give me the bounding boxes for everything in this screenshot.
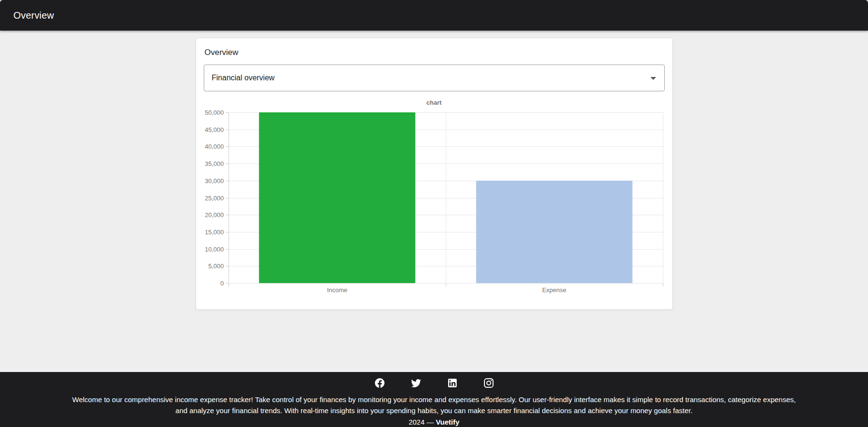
svg-text:0: 0 bbox=[220, 280, 223, 287]
svg-text:10,000: 10,000 bbox=[205, 246, 224, 253]
twitter-icon bbox=[410, 377, 422, 390]
select-value: Financial overview bbox=[212, 74, 275, 82]
linkedin-button[interactable] bbox=[443, 374, 462, 393]
instagram-icon bbox=[483, 377, 494, 390]
twitter-button[interactable] bbox=[407, 374, 426, 393]
instagram-button[interactable] bbox=[479, 374, 498, 393]
bar-chart: 05,00010,00015,00020,00025,00030,00035,0… bbox=[204, 109, 666, 302]
svg-text:50,000: 50,000 bbox=[205, 109, 224, 116]
social-icons-row bbox=[0, 374, 868, 393]
bar-chart-svg: 05,00010,00015,00020,00025,00030,00035,0… bbox=[204, 109, 666, 300]
svg-text:40,000: 40,000 bbox=[205, 143, 224, 150]
footer-description: Welcome to our comprehensive income expe… bbox=[66, 394, 802, 416]
bar-income[interactable] bbox=[259, 112, 415, 283]
financial-overview-select[interactable]: Financial overview bbox=[204, 65, 665, 91]
overview-card: Overview Financial overview chart 05,000… bbox=[196, 38, 673, 310]
dropdown-arrow-icon bbox=[650, 77, 656, 80]
svg-text:30,000: 30,000 bbox=[205, 177, 224, 185]
svg-text:25,000: 25,000 bbox=[205, 195, 224, 202]
card-title: Overview bbox=[205, 48, 665, 57]
svg-text:20,000: 20,000 bbox=[205, 211, 224, 219]
footer-copyright: 2024 — Vuetify bbox=[0, 417, 868, 427]
copyright-year: 2024 — bbox=[408, 418, 434, 426]
footer: Welcome to our comprehensive income expe… bbox=[0, 372, 868, 427]
chart-title: chart bbox=[204, 99, 665, 106]
main-content: Overview Financial overview chart 05,000… bbox=[0, 31, 868, 372]
svg-text:45,000: 45,000 bbox=[205, 126, 224, 133]
svg-text:Income: Income bbox=[327, 286, 347, 294]
brand-name: Vuetify bbox=[436, 418, 459, 426]
chart: chart 05,00010,00015,00020,00025,00030,0… bbox=[204, 99, 665, 302]
app-bar-title: Overview bbox=[13, 10, 54, 21]
svg-text:Expense: Expense bbox=[542, 286, 566, 294]
app-bar: Overview bbox=[0, 0, 868, 31]
svg-text:15,000: 15,000 bbox=[205, 229, 224, 236]
linkedin-icon bbox=[447, 377, 458, 390]
facebook-button[interactable] bbox=[370, 374, 389, 393]
svg-text:5,000: 5,000 bbox=[208, 263, 224, 270]
facebook-icon bbox=[374, 377, 385, 390]
bar-expense[interactable] bbox=[476, 181, 632, 283]
svg-text:35,000: 35,000 bbox=[205, 160, 224, 167]
